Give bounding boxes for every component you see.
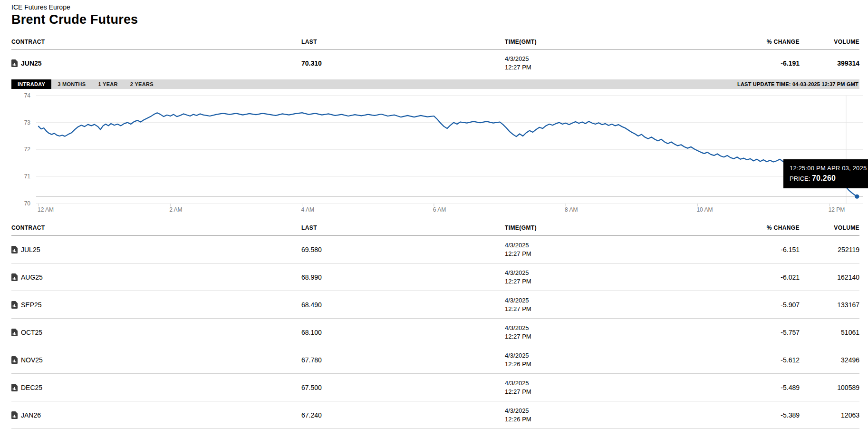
contract-label: AUG25	[21, 273, 43, 281]
pct-change-cell: -6.191	[666, 59, 800, 67]
col-header-last: LAST	[301, 224, 505, 231]
time-cell: 4/3/2025 12:27 PM	[505, 55, 666, 72]
time-text: 12:27 PM	[505, 277, 666, 286]
col-header-change: % CHANGE	[666, 39, 800, 45]
contract-file-icon	[11, 329, 18, 336]
y-axis-label: 74	[24, 92, 31, 99]
contract-label: OCT25	[21, 329, 42, 336]
intraday-chart: 747372717012 AM2 AM4 AM6 AM8 AM10 AM12 P…	[11, 89, 859, 218]
col-header-contract: CONTRACT	[11, 224, 301, 231]
contract-label: SEP25	[21, 301, 42, 309]
volume-cell: 252119	[800, 246, 859, 253]
contract-file-icon	[11, 273, 18, 281]
time-cell: 4/3/202512:27 PM	[505, 296, 666, 313]
contract-cell[interactable]: OCT25	[11, 329, 301, 336]
last-price-cell: 68.490	[301, 301, 505, 309]
date-text: 4/3/2025	[505, 324, 666, 332]
volume-cell: 399314	[800, 59, 859, 67]
col-header-time: TIME(GMT)	[505, 224, 666, 231]
contract-cell[interactable]: JUL25	[11, 246, 301, 253]
pct-change-cell: -5.612	[666, 356, 800, 364]
tooltip-datetime: 12:25:00 PM APR 03, 2025	[790, 165, 867, 172]
page-title: Brent Crude Futures	[11, 12, 859, 27]
volume-cell: 51061	[800, 329, 859, 336]
table-row: NOV2567.7804/3/202512:26 PM-5.61232496	[11, 346, 859, 374]
tooltip-price-label: PRICE:	[790, 175, 810, 182]
price-chart-svg[interactable]: 747372717012 AM2 AM4 AM6 AM8 AM10 AM12 P…	[11, 89, 868, 218]
date-text: 4/3/2025	[505, 55, 666, 63]
time-cell: 4/3/202512:26 PM	[505, 351, 666, 369]
pct-change-cell: -6.151	[666, 246, 800, 253]
time-text: 12:27 PM	[505, 250, 666, 258]
price-line	[39, 113, 857, 196]
table-row: DEC2567.5004/3/202512:27 PM-5.489100589	[11, 374, 859, 401]
tooltip-price-row: PRICE: 70.260	[790, 174, 867, 183]
time-cell: 4/3/202512:26 PM	[505, 407, 666, 424]
date-text: 4/3/2025	[505, 351, 666, 360]
contract-label: DEC25	[21, 384, 42, 391]
tab-intraday[interactable]: INTRADAY	[11, 79, 51, 89]
volume-cell: 12063	[800, 411, 859, 419]
last-price-cell: 68.990	[301, 273, 505, 281]
contracts-table-body: JUL2569.5804/3/202512:27 PM-6.151252119A…	[11, 236, 859, 429]
front-table-header: CONTRACT LAST TIME(GMT) % CHANGE VOLUME	[11, 39, 859, 50]
contract-cell[interactable]: SEP25	[11, 301, 301, 309]
time-cell: 4/3/202512:27 PM	[505, 324, 666, 341]
volume-cell: 100589	[800, 384, 859, 391]
y-axis-label: 73	[24, 119, 31, 126]
date-text: 4/3/2025	[505, 269, 666, 277]
table-row: SEP2568.4904/3/202512:27 PM-5.907133167	[11, 291, 859, 319]
pct-change-cell: -5.489	[666, 384, 800, 391]
col-header-contract: CONTRACT	[11, 39, 301, 45]
contracts-table-header: CONTRACT LAST TIME(GMT) % CHANGE VOLUME	[11, 218, 859, 236]
contract-label: JUN25	[21, 59, 42, 67]
chart-range-tabbar: INTRADAY 3 MONTHS 1 YEAR 2 YEARS LAST UP…	[11, 79, 859, 89]
table-row: OCT2568.1004/3/202512:27 PM-5.75751061	[11, 319, 859, 346]
col-header-change: % CHANGE	[666, 224, 800, 231]
x-axis-label: 12 AM	[38, 206, 54, 213]
date-text: 4/3/2025	[505, 241, 666, 250]
contract-label: JAN26	[21, 411, 41, 419]
last-price-cell: 68.100	[301, 329, 505, 336]
x-axis-label: 8 AM	[565, 206, 578, 213]
volume-cell: 133167	[800, 301, 859, 309]
tab-3-months[interactable]: 3 MONTHS	[51, 79, 92, 89]
y-axis-label: 71	[24, 173, 31, 180]
col-header-last: LAST	[301, 39, 505, 45]
tab-2-years[interactable]: 2 YEARS	[124, 79, 160, 89]
last-price-cell: 67.500	[301, 384, 505, 391]
contract-file-icon	[11, 356, 18, 364]
contract-file-icon	[11, 59, 18, 67]
pct-change-cell: -5.757	[666, 329, 800, 336]
last-price-cell: 67.240	[301, 411, 505, 419]
time-text: 12:26 PM	[505, 360, 666, 369]
pct-change-cell: -5.907	[666, 301, 800, 309]
tooltip-price-value: 70.260	[812, 174, 836, 182]
table-row: JUL2569.5804/3/202512:27 PM-6.151252119	[11, 236, 859, 263]
volume-cell: 162140	[800, 273, 859, 281]
time-text: 12:27 PM	[505, 63, 666, 72]
contract-cell[interactable]: DEC25	[11, 384, 301, 391]
tab-1-year[interactable]: 1 YEAR	[92, 79, 124, 89]
contract-cell[interactable]: JUN25	[11, 59, 301, 67]
contract-cell[interactable]: AUG25	[11, 273, 301, 281]
y-axis-label: 72	[24, 146, 31, 153]
table-row: AUG2568.9904/3/202512:27 PM-6.021162140	[11, 263, 859, 291]
time-cell: 4/3/202512:27 PM	[505, 379, 666, 396]
table-row-jun25: JUN25 70.310 4/3/2025 12:27 PM -6.191 39…	[11, 50, 859, 77]
last-price-dot	[855, 195, 859, 199]
contract-label: JUL25	[21, 246, 40, 253]
exchange-label: ICE Futures Europe	[11, 0, 859, 11]
x-axis-label: 6 AM	[433, 206, 446, 213]
time-text: 12:27 PM	[505, 332, 666, 341]
contract-cell[interactable]: NOV25	[11, 356, 301, 364]
col-header-volume: VOLUME	[800, 224, 859, 231]
x-axis-label: 2 AM	[169, 206, 182, 213]
y-axis-label: 70	[24, 200, 31, 207]
volume-cell: 32496	[800, 356, 859, 364]
contract-file-icon	[11, 301, 18, 309]
contract-file-icon	[11, 246, 18, 253]
x-axis-label: 12 PM	[829, 206, 845, 213]
time-cell: 4/3/202512:27 PM	[505, 241, 666, 258]
contract-cell[interactable]: JAN26	[11, 411, 301, 419]
